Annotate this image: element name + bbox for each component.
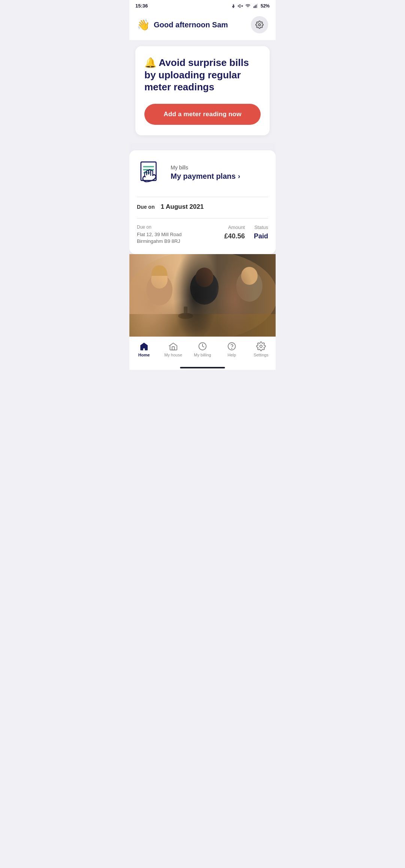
notification-title: 🔔 Avoid surprise bills by uploading regu… <box>144 57 261 93</box>
home-indicator <box>129 365 276 370</box>
svg-point-14 <box>146 274 172 305</box>
due-row-main: Due on 1 August 2021 <box>137 203 268 211</box>
home-icon <box>139 341 149 351</box>
nav-my-billing-label: My billing <box>194 353 211 357</box>
nav-settings-label: Settings <box>254 353 268 357</box>
my-house-icon <box>168 341 178 351</box>
bills-card: My bills My payment plans › Due on 1 Aug… <box>129 150 276 254</box>
wave-emoji: 👋 <box>137 19 150 31</box>
amount-label: Amount <box>224 224 245 230</box>
svg-point-15 <box>151 271 168 289</box>
address-label: Due on <box>137 224 215 230</box>
svg-rect-6 <box>257 4 258 8</box>
svg-rect-20 <box>129 314 276 337</box>
chevron-right-icon: › <box>238 172 240 180</box>
bills-icon <box>137 159 164 186</box>
my-billing-icon <box>198 341 207 351</box>
due-on-label: Due on <box>137 204 154 210</box>
bills-label: My bills <box>171 165 240 171</box>
nav-help-label: Help <box>228 353 236 357</box>
svg-point-19 <box>241 267 258 285</box>
svg-point-21 <box>178 313 193 319</box>
notification-card: 🔔 Avoid surprise bills by uploading regu… <box>135 46 270 135</box>
status-value: Paid <box>254 232 268 240</box>
svg-rect-12 <box>129 254 276 337</box>
nav-settings[interactable]: Settings <box>250 341 272 357</box>
nav-my-house-label: My house <box>164 353 182 357</box>
battery-text: 52% <box>261 3 270 9</box>
app-header: 👋 Good afternoon Sam <box>129 11 276 40</box>
greeting-text: Good afternoon Sam <box>154 21 228 29</box>
svg-point-26 <box>231 348 232 349</box>
wifi-icon <box>245 3 251 9</box>
mute-icon <box>238 3 243 9</box>
bluetooth-icon <box>231 3 236 9</box>
nav-my-billing[interactable]: My billing <box>191 341 214 357</box>
due-date-value: 1 August 2021 <box>160 203 204 211</box>
svg-point-17 <box>195 268 213 287</box>
svg-point-16 <box>190 271 219 305</box>
divider-2 <box>137 218 268 218</box>
status-bar: 15:36 52% <box>129 0 276 11</box>
people-illustration <box>129 254 276 337</box>
settings-header-button[interactable] <box>251 16 268 33</box>
payment-plans-link[interactable]: My payment plans › <box>171 172 240 181</box>
amount-value: £40.56 <box>224 232 245 240</box>
settings-nav-icon <box>256 341 266 351</box>
svg-rect-4 <box>255 5 255 7</box>
svg-marker-0 <box>238 4 240 7</box>
status-label: Status <box>254 224 268 230</box>
svg-point-7 <box>258 24 261 26</box>
add-meter-button[interactable]: Add a meter reading now <box>144 104 261 125</box>
status-time: 15:36 <box>135 3 148 9</box>
home-bar <box>180 367 225 368</box>
svg-point-27 <box>260 345 262 348</box>
status-icons: 52% <box>231 3 270 9</box>
nav-my-house[interactable]: My house <box>162 341 184 357</box>
bell-icon: 🔔 <box>144 57 156 68</box>
svg-rect-22 <box>184 307 188 316</box>
svg-point-13 <box>129 254 276 337</box>
divider-1 <box>137 197 268 197</box>
payment-row: Due on Flat 12, 39 Mill RoadBirmingahm B… <box>137 224 268 245</box>
people-image <box>129 254 276 337</box>
help-icon <box>227 341 237 351</box>
nav-home[interactable]: Home <box>133 341 155 357</box>
payment-address: Flat 12, 39 Mill RoadBirmingahm B9 8RJ <box>137 231 215 245</box>
gear-icon <box>255 21 264 29</box>
svg-rect-3 <box>254 6 254 8</box>
svg-rect-5 <box>256 4 256 8</box>
svg-point-18 <box>236 270 262 302</box>
svg-rect-23 <box>172 347 175 350</box>
nav-help[interactable]: Help <box>220 341 243 357</box>
nav-home-label: Home <box>138 353 150 357</box>
main-content: 🔔 Avoid surprise bills by uploading regu… <box>129 40 276 135</box>
signal-icon <box>253 3 259 9</box>
gray-section: My bills My payment plans › Due on 1 Aug… <box>129 143 276 337</box>
bottom-nav: Home My house My billing Help Settings <box>129 337 276 365</box>
